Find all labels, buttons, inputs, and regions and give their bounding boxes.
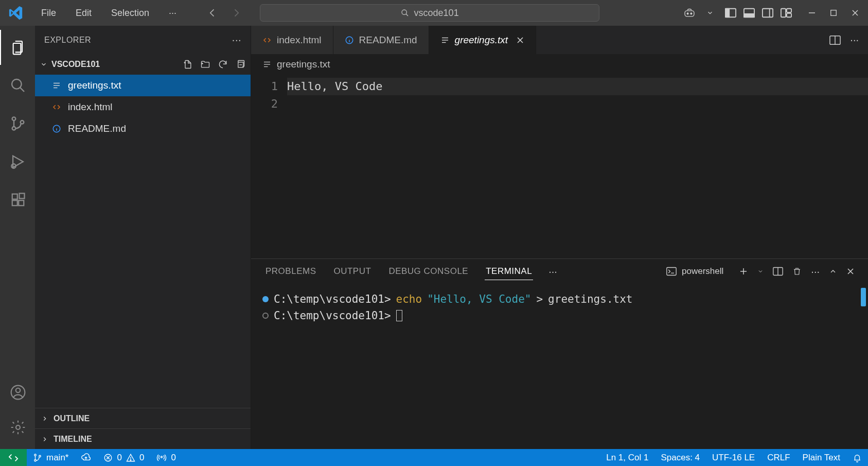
encoding[interactable]: UTF-16 LE [706,453,761,463]
file-item-readme[interactable]: README.md [35,118,251,140]
notifications-icon[interactable] [846,453,868,462]
terminal-line: C:\temp\vscode101> [262,307,857,324]
terminal-shell-selector[interactable]: powershell [666,266,723,277]
vscode-window: File Edit Selection ··· vscode101 [0,0,868,466]
activity-source-control-icon[interactable] [0,106,35,141]
sidebar-more-icon[interactable]: ··· [232,34,241,46]
error-icon [103,453,113,462]
layout-primary-sidebar-icon[interactable] [725,7,736,19]
prompt-text: C:\temp\vscode101> [274,307,391,324]
remote-indicator-icon[interactable] [0,449,27,466]
chevron-down-icon[interactable] [704,7,716,19]
maximize-panel-icon[interactable] [829,267,837,275]
terminal-icon [666,267,677,276]
term-redir: > [536,291,543,307]
panel-tab-debug[interactable]: DEBUG CONSOLE [387,263,469,280]
tab-index-html[interactable]: index.html [251,26,333,54]
problems-status[interactable]: 0 0 [97,453,150,463]
svg-point-27 [16,388,21,393]
language-mode[interactable]: Plain Text [796,453,846,463]
svg-rect-8 [763,9,773,18]
file-item-greetings[interactable]: greetings.txt [35,75,251,96]
svg-point-17 [12,79,22,89]
tab-greetings[interactable]: greetings.txt [429,26,537,54]
new-terminal-icon[interactable] [739,267,748,276]
prompt-text: C:\temp\vscode101> [274,291,391,307]
panel-tab-problems[interactable]: PROBLEMS [264,263,317,280]
activity-run-debug-icon[interactable] [0,144,35,179]
tab-readme[interactable]: README.md [333,26,429,54]
timeline-section[interactable]: TIMELINE [35,428,251,449]
svg-point-2 [687,13,688,14]
tab-close-icon[interactable] [516,36,524,44]
nav-back-icon[interactable] [204,6,221,20]
split-editor-icon[interactable] [829,35,841,45]
split-terminal-icon[interactable] [773,267,783,276]
editor-tabs: index.html README.md greetings.txt ··· [251,26,868,54]
tab-label: index.html [277,34,322,46]
git-branch[interactable]: main* [27,453,75,463]
close-panel-icon[interactable] [846,267,855,275]
activity-settings-icon[interactable] [0,410,35,445]
outline-section[interactable]: OUTLINE [35,408,251,428]
line-number: 1 [251,78,278,95]
term-cmd: echo [396,291,422,307]
command-center-search[interactable]: vscode101 [260,4,599,22]
cursor-position[interactable]: Ln 1, Col 1 [600,453,654,463]
svg-rect-24 [19,200,24,205]
cloud-sync-icon [81,453,91,462]
menu-file[interactable]: File [34,5,63,22]
html-file-icon [262,36,272,45]
svg-point-66 [161,456,163,458]
activity-accounts-icon[interactable] [0,375,35,410]
file-name: index.html [68,101,113,113]
sidebar-header: EXPLORER ··· [35,26,251,54]
terminal-dropdown-icon[interactable] [757,268,764,274]
nav-forward-icon[interactable] [228,6,244,20]
panel-tab-terminal[interactable]: TERMINAL [485,263,533,280]
customize-layout-icon[interactable] [781,7,792,19]
new-file-icon[interactable] [183,59,193,70]
editor[interactable]: 1 2 Hello, VS Code [251,75,868,258]
window-minimize-icon[interactable] [806,7,818,19]
svg-point-58 [34,454,36,456]
activity-explorer-icon[interactable] [0,30,35,65]
kill-terminal-icon[interactable] [792,266,802,277]
copilot-icon[interactable] [684,7,695,19]
sync-button[interactable] [75,453,97,462]
ports-status[interactable]: 0 [150,453,182,463]
eol[interactable]: CRLF [761,453,796,463]
folder-name: VSCODE101 [51,60,100,69]
refresh-icon[interactable] [218,59,228,70]
vscode-logo-icon [8,5,24,21]
layout-panel-icon[interactable] [743,7,755,19]
code-content[interactable]: Hello, VS Code [287,75,868,258]
svg-rect-10 [781,9,786,18]
menu-more-icon[interactable]: ··· [162,5,184,22]
terminal-scrollbar[interactable] [861,288,866,306]
panel-overflow-icon[interactable]: ··· [811,266,820,278]
activity-extensions-icon[interactable] [0,182,35,217]
title-bar: File Edit Selection ··· vscode101 [0,0,868,26]
activity-search-icon[interactable] [0,68,35,103]
bottom-panel: PROBLEMS OUTPUT DEBUG CONSOLE TERMINAL ·… [251,258,868,449]
indentation[interactable]: Spaces: 4 [654,453,706,463]
panel-more-icon[interactable]: ··· [548,266,557,278]
folder-header[interactable]: VSCODE101 [35,54,251,75]
file-item-index[interactable]: index.html [35,96,251,118]
code-line: Hello, VS Code [287,78,868,95]
panel-tab-output[interactable]: OUTPUT [332,263,372,280]
menu-edit[interactable]: Edit [68,5,99,22]
breadcrumb[interactable]: greetings.txt [251,54,868,75]
text-file-icon [51,81,62,90]
window-maximize-icon[interactable] [828,7,839,19]
menu-selection[interactable]: Selection [104,5,156,22]
git-branch-icon [33,453,42,462]
chevron-right-icon [41,436,48,443]
new-folder-icon[interactable] [200,59,210,70]
terminal-content[interactable]: C:\temp\vscode101> echo "Hello, VS Code"… [251,284,868,449]
editor-more-icon[interactable]: ··· [850,34,859,46]
collapse-all-icon[interactable] [235,59,245,70]
layout-secondary-sidebar-icon[interactable] [762,7,773,19]
window-close-icon[interactable] [849,7,861,19]
